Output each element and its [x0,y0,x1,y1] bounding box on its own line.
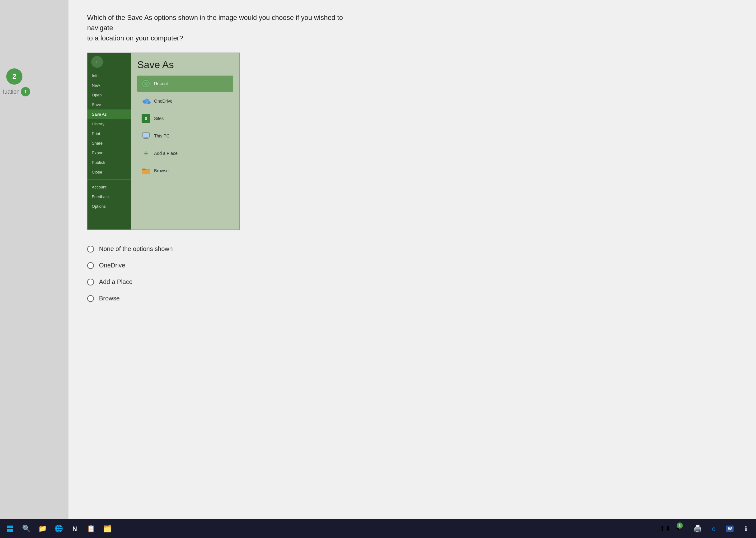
taskbar-dropbox[interactable]: ✦ 6 [674,522,688,535]
onedrive-icon [141,96,151,106]
print-icon: 🖨️ [693,525,702,533]
question-text: Which of the Save As options shown in th… [87,13,367,43]
svg-point-6 [145,99,149,102]
svg-rect-10 [144,138,149,139]
network-icon: ⬆⬇ [660,525,671,533]
svg-rect-9 [145,137,147,138]
n-icon: N [73,525,77,532]
svg-rect-8 [143,133,150,137]
answer-option-add-a-place[interactable]: Add a Place [87,278,737,286]
menu-item-new[interactable]: New [88,81,131,90]
files-icon: 📁 [38,525,47,533]
windows-icon [7,525,13,532]
taskbar-search[interactable]: 🔍 [19,522,33,535]
sites-icon: S [141,114,151,124]
answer-label-browse: Browse [99,295,120,302]
radio-browse[interactable] [87,295,94,302]
answer-option-browse[interactable]: Browse [87,295,737,302]
browser-icon: 🌐 [54,525,63,533]
edge-icon: e [712,525,715,532]
taskbar-start[interactable] [3,522,17,535]
taskbar-n[interactable]: N [68,522,82,535]
pc-icon [141,131,151,141]
taskbar-right: ⬆⬇ ✦ 6 🖨️ e W ℹ [658,522,753,535]
taskbar-store[interactable]: 🗂️ [100,522,114,535]
answer-label-onedrive: OneDrive [99,262,125,269]
radio-add-a-place[interactable] [87,279,94,286]
menu-item-info[interactable]: Info [88,71,131,81]
taskbar-browser[interactable]: 🌐 [52,522,65,535]
search-icon: 🔍 [22,525,31,533]
radio-onedrive[interactable] [87,262,94,269]
evaluation-circle: 1 [21,87,30,96]
answer-label-add-a-place: Add a Place [99,278,133,286]
word-icon: W [726,525,733,532]
menu-item-feedback[interactable]: Feedback [88,192,131,201]
menu-item-save[interactable]: Save [88,100,131,109]
svg-rect-13 [10,525,13,528]
taskbar-network[interactable]: ⬆⬇ [658,522,672,535]
office-left-menu: ← Info New Open Save Save As History Pri… [88,53,131,230]
menu-item-open[interactable]: Open [88,90,131,100]
menu-divider [88,180,131,180]
option-onedrive[interactable]: OneDrive [137,93,233,109]
battery-badge: 6 [677,522,683,529]
taskbar-tasks[interactable]: 📋 [84,522,98,535]
option-recent[interactable]: Recent [137,76,233,92]
answer-option-none[interactable]: None of the options shown [87,245,737,252]
store-icon: 🗂️ [103,525,111,533]
svg-rect-14 [7,529,10,532]
menu-item-options[interactable]: Options [88,201,131,211]
taskbar-word[interactable]: W [723,522,737,535]
taskbar-info[interactable]: ℹ [739,522,753,535]
svg-rect-11 [142,170,150,174]
taskbar-print[interactable]: 🖨️ [691,522,704,535]
menu-item-print[interactable]: Print [88,129,131,138]
menu-item-account[interactable]: Account [88,182,131,192]
option-add-a-place[interactable]: + Add a Place [137,145,233,161]
evaluation-label: luation [3,89,20,95]
clock-icon [141,79,151,89]
menu-item-share[interactable]: Share [88,138,131,148]
back-button[interactable]: ← [91,56,103,68]
question-number-badge: 2 [6,69,23,84]
main-content: Which of the Save As options shown in th… [69,0,756,538]
taskbar-edge[interactable]: e [707,522,721,535]
left-sidebar: 2 luation 1 [0,0,69,538]
menu-item-publish[interactable]: Publish [88,158,131,167]
answer-option-onedrive[interactable]: OneDrive [87,262,737,269]
menu-item-history[interactable]: History [88,119,131,129]
folder-icon [141,166,151,176]
svg-rect-15 [10,529,13,532]
answer-options: None of the options shown OneDrive Add a… [87,245,737,302]
question-number-text: 2 [13,73,16,81]
menu-item-save-as[interactable]: Save As [88,109,131,119]
option-browse[interactable]: Browse [137,163,233,179]
svg-rect-12 [7,525,10,528]
option-sites[interactable]: S Sites [137,110,233,127]
info-icon: ℹ [745,525,747,532]
office-dialog: ← Info New Open Save Save As History Pri… [87,53,240,230]
menu-item-close[interactable]: Close [88,167,131,177]
option-this-pc[interactable]: This PC [137,128,233,144]
answer-label-none: None of the options shown [99,245,173,252]
menu-item-export[interactable]: Export [88,148,131,158]
taskbar-files[interactable]: 📁 [35,522,49,535]
evaluation-badge: luation 1 [3,87,30,96]
save-as-title: Save As [137,59,233,71]
tasks-icon: 📋 [87,525,95,533]
taskbar: 🔍 📁 🌐 N 📋 🗂️ ⬆⬇ ✦ 6 🖨️ e W ℹ [0,519,756,538]
radio-none[interactable] [87,246,94,252]
add-icon: + [141,148,151,158]
office-right-content: Save As Recent [131,53,239,230]
